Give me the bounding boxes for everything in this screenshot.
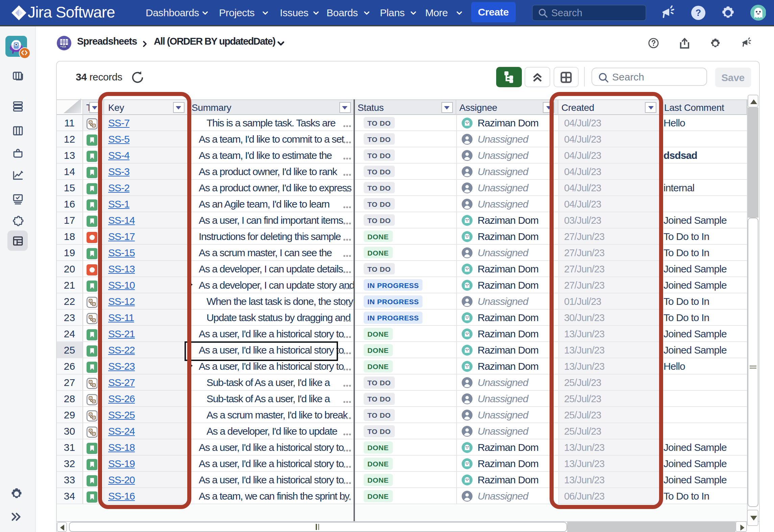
- svg-text:?: ?: [696, 7, 701, 18]
